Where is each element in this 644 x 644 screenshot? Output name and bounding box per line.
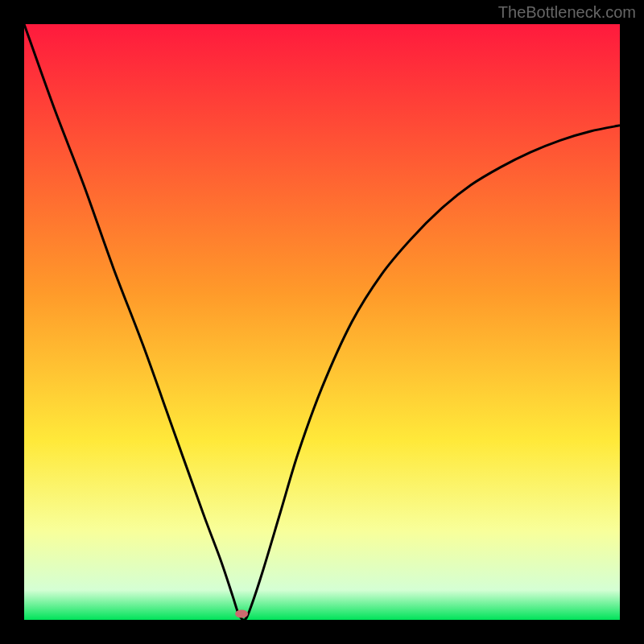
watermark-text: TheBottleneck.com <box>498 3 636 22</box>
gradient-background <box>24 24 620 620</box>
optimal-point-marker <box>235 610 248 618</box>
bottleneck-chart <box>24 24 620 620</box>
chart-area <box>24 24 620 620</box>
